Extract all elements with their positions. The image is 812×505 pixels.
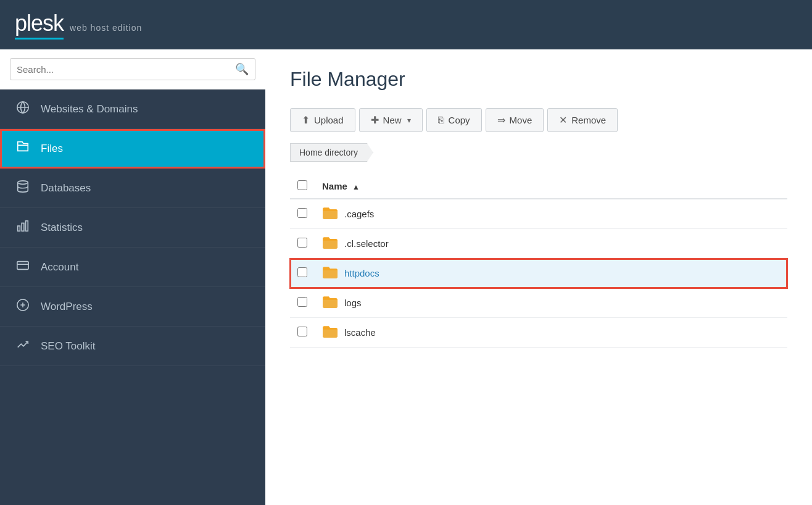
row-name-cell: .cl.selector xyxy=(315,229,787,259)
new-icon: ✚ xyxy=(371,114,379,126)
upload-icon: ⬆ xyxy=(302,114,310,126)
nav-label-files: Files xyxy=(41,143,63,155)
remove-label: Remove xyxy=(571,115,606,125)
main-content: File Manager ⬆ Upload ✚ New ⎘ Copy ⇒ Mov… xyxy=(265,49,812,505)
file-name-logs: logs xyxy=(344,298,362,308)
nav-icon-seo xyxy=(15,338,31,354)
sidebar-item-seo[interactable]: SEO Toolkit xyxy=(0,327,265,366)
search-icon: 🔍 xyxy=(235,62,249,76)
move-button[interactable]: ⇒ Move xyxy=(486,108,544,132)
upload-button[interactable]: ⬆ Upload xyxy=(290,108,355,132)
table-row: logs xyxy=(290,288,787,318)
nav-label-account: Account xyxy=(41,261,78,273)
page-title: File Manager xyxy=(290,68,787,91)
row-name-cell: lscache xyxy=(315,318,787,348)
folder-icon-lscache xyxy=(322,325,338,340)
logo-main: plesk xyxy=(15,10,64,40)
plesk-logo: plesk web host edition xyxy=(15,10,142,40)
search-input[interactable] xyxy=(17,64,230,75)
row-checkbox-cell xyxy=(290,288,315,318)
file-table: Name ▲ .cagefs xyxy=(290,174,787,348)
nav-label-wordpress: WordPress xyxy=(41,301,93,313)
table-row: .cl.selector xyxy=(290,229,787,259)
svg-rect-4 xyxy=(26,221,28,232)
table-row: .cagefs xyxy=(290,199,787,229)
folder-icon-httpdocs xyxy=(322,265,338,281)
sidebar-item-databases[interactable]: Databases xyxy=(0,169,265,208)
table-header-row: Name ▲ xyxy=(290,174,787,199)
row-checkbox-cell xyxy=(290,259,315,288)
sidebar-item-account[interactable]: Account xyxy=(0,248,265,287)
svg-rect-5 xyxy=(17,262,28,270)
row-checkbox-cell xyxy=(290,199,315,229)
nav-icon-statistics xyxy=(15,219,31,236)
row-checkbox-cagefs[interactable] xyxy=(297,208,307,218)
copy-label: Copy xyxy=(449,115,470,125)
row-checkbox-lscache[interactable] xyxy=(297,327,307,336)
row-checkbox-cell xyxy=(290,229,315,259)
toolbar: ⬆ Upload ✚ New ⎘ Copy ⇒ Move ✕ Remove xyxy=(290,108,787,132)
sort-arrow-icon: ▲ xyxy=(352,183,360,191)
nav-icon-wordpress xyxy=(15,298,31,315)
logo-sub: web host edition xyxy=(70,23,142,33)
file-table-body: .cagefs .cl.selector httpdocs xyxy=(290,199,787,348)
row-checkbox-cell xyxy=(290,318,315,348)
row-name-cell: .cagefs xyxy=(315,199,787,229)
search-container: 🔍 xyxy=(0,49,265,90)
select-all-checkbox[interactable] xyxy=(297,180,307,190)
upload-label: Upload xyxy=(314,115,344,125)
sidebar-item-statistics[interactable]: Statistics xyxy=(0,208,265,248)
select-all-header xyxy=(290,174,315,199)
nav-label-databases: Databases xyxy=(41,182,91,194)
svg-point-1 xyxy=(18,181,28,185)
svg-rect-3 xyxy=(22,223,24,231)
remove-button[interactable]: ✕ Remove xyxy=(547,108,618,132)
folder-icon-cagefs xyxy=(322,206,338,222)
new-label: New xyxy=(383,115,402,125)
sidebar-item-wordpress[interactable]: WordPress xyxy=(0,287,265,327)
folder-icon-clselector xyxy=(322,236,338,251)
table-row: httpdocs xyxy=(290,259,787,288)
nav-label-websites: Websites & Domains xyxy=(41,103,138,115)
table-row: lscache xyxy=(290,318,787,348)
layout: 🔍 Websites & Domains Files Databases Sta… xyxy=(0,49,812,505)
nav-icon-databases xyxy=(15,180,31,196)
sidebar: 🔍 Websites & Domains Files Databases Sta… xyxy=(0,49,265,505)
folder-icon-logs xyxy=(322,295,338,311)
svg-rect-2 xyxy=(18,226,20,231)
remove-icon: ✕ xyxy=(559,114,567,126)
nav-icon-account xyxy=(15,259,31,275)
nav-icon-websites xyxy=(15,101,31,117)
header: plesk web host edition xyxy=(0,0,812,49)
breadcrumb-bar: Home directory xyxy=(290,143,787,162)
file-link-httpdocs[interactable]: httpdocs xyxy=(344,268,379,278)
row-checkbox-clselector[interactable] xyxy=(297,238,307,248)
move-icon: ⇒ xyxy=(497,114,505,126)
nav-icon-files xyxy=(15,140,31,157)
new-button[interactable]: ✚ New xyxy=(359,108,423,132)
search-box: 🔍 xyxy=(10,58,255,80)
sidebar-item-files[interactable]: Files xyxy=(0,129,265,169)
nav-container: Websites & Domains Files Databases Stati… xyxy=(0,90,265,366)
breadcrumb[interactable]: Home directory xyxy=(290,143,373,162)
row-name-cell: httpdocs xyxy=(315,259,787,288)
copy-icon: ⎘ xyxy=(438,115,444,126)
row-name-cell: logs xyxy=(315,288,787,318)
row-checkbox-logs[interactable] xyxy=(297,297,307,307)
sidebar-item-websites[interactable]: Websites & Domains xyxy=(0,90,265,129)
file-name-cagefs: .cagefs xyxy=(344,209,374,219)
copy-button[interactable]: ⎘ Copy xyxy=(426,108,482,132)
nav-label-statistics: Statistics xyxy=(41,222,83,234)
file-name-clselector: .cl.selector xyxy=(344,238,389,249)
move-label: Move xyxy=(510,115,532,125)
row-checkbox-httpdocs[interactable] xyxy=(297,267,307,277)
nav-label-seo: SEO Toolkit xyxy=(41,340,96,353)
file-name-lscache: lscache xyxy=(344,327,376,338)
name-column-header[interactable]: Name ▲ xyxy=(315,174,787,199)
